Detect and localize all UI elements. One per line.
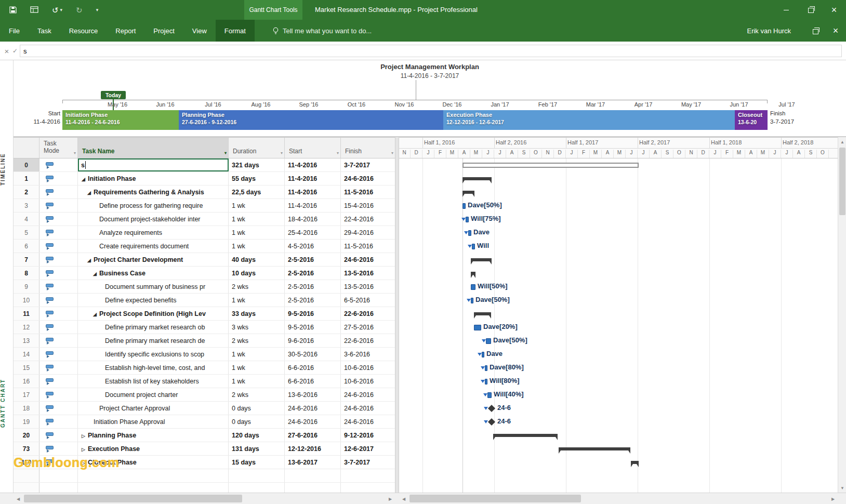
- task-bar[interactable]: [487, 392, 492, 398]
- finish-cell[interactable]: 27-5-2016: [341, 321, 395, 334]
- task-name-cell[interactable]: Identify specific exclusions to scop: [78, 348, 229, 361]
- finish-cell[interactable]: 22-6-2016: [341, 307, 395, 320]
- expand-icon[interactable]: [82, 445, 88, 453]
- task-bar[interactable]: [486, 338, 491, 344]
- start-cell[interactable]: [285, 483, 341, 493]
- scroll-left-arrow[interactable]: ◀: [399, 493, 408, 504]
- tab-view[interactable]: View: [183, 20, 216, 42]
- start-cell[interactable]: 11-4-2016: [285, 158, 341, 171]
- timeline-pane-label[interactable]: TIMELINE: [0, 138, 14, 201]
- task-name-cell[interactable]: Requirements Gathering & Analysis: [78, 185, 229, 198]
- task-mode-cell[interactable]: [39, 158, 78, 171]
- row-number[interactable]: 19: [14, 415, 39, 428]
- scroll-up-arrow[interactable]: ▲: [838, 137, 846, 147]
- restore-button[interactable]: [798, 0, 822, 20]
- start-cell[interactable]: 11-4-2016: [285, 185, 341, 198]
- task-bar[interactable]: [471, 298, 473, 303]
- row-number[interactable]: 14: [14, 348, 39, 361]
- task-bar[interactable]: [485, 379, 487, 384]
- task-mode-cell[interactable]: [39, 348, 78, 361]
- redo-button[interactable]: ↻: [76, 6, 83, 14]
- gantt-vertical-scrollbar[interactable]: ▲ ▼: [838, 137, 846, 493]
- duration-cell[interactable]: 15 days: [229, 456, 285, 469]
- task-mode-cell[interactable]: [39, 226, 78, 239]
- task-name-cell[interactable]: Project Scope Definition (High Lev: [78, 307, 229, 320]
- task-mode-cell[interactable]: [39, 415, 78, 428]
- horizontal-scroll-thumb[interactable]: [409, 495, 581, 502]
- row-number[interactable]: 12: [14, 321, 39, 334]
- duration-cell[interactable]: 1 wk: [229, 213, 285, 226]
- task-mode-cell[interactable]: [39, 172, 78, 185]
- duration-cell[interactable]: 120 days: [229, 429, 285, 442]
- finish-cell[interactable]: 24-6-2016: [341, 402, 395, 415]
- task-mode-cell[interactable]: [39, 307, 78, 320]
- row-number[interactable]: 73: [14, 442, 39, 455]
- task-bar[interactable]: [474, 325, 481, 330]
- start-cell[interactable]: 4-5-2016: [285, 240, 341, 253]
- task-name-cell[interactable]: Analyze requirements: [78, 226, 229, 239]
- duration-cell[interactable]: [229, 483, 285, 493]
- row-number[interactable]: 11: [14, 307, 39, 320]
- gantt-horizontal-scrollbar[interactable]: ◀ ▶: [399, 493, 838, 504]
- task-mode-cell[interactable]: [39, 483, 78, 493]
- duration-cell[interactable]: 1 wk: [229, 294, 285, 307]
- start-cell[interactable]: 24-6-2016: [285, 402, 341, 415]
- row-number[interactable]: 5: [14, 226, 39, 239]
- finish-cell[interactable]: 24-6-2016: [341, 253, 395, 266]
- task-mode-cell[interactable]: [39, 388, 78, 401]
- save-button[interactable]: [9, 6, 17, 14]
- undo-button[interactable]: ↺: [52, 6, 62, 14]
- task-name-cell[interactable]: Establish high-level time, cost, and: [78, 361, 229, 374]
- task-mode-cell[interactable]: [39, 280, 78, 293]
- finish-cell[interactable]: 11-5-2016: [341, 185, 395, 198]
- horizontal-scroll-thumb[interactable]: [24, 495, 242, 502]
- timeline-phase-planning[interactable]: Planning Phase 27-6-2016 - 9-12-2016: [179, 110, 443, 130]
- finish-cell[interactable]: 3-7-2017: [341, 158, 395, 171]
- timeline-phase-initiation[interactable]: Initiation Phase 11-4-2016 - 24-6-2016: [62, 110, 179, 130]
- task-name-cell[interactable]: Project Charter Approval: [78, 402, 229, 415]
- select-all-corner[interactable]: [14, 138, 39, 158]
- duration-cell[interactable]: 10 days: [229, 267, 285, 280]
- start-cell[interactable]: 27-6-2016: [285, 429, 341, 442]
- task-name-cell[interactable]: Establish list of key stakeholders: [78, 375, 229, 388]
- duration-cell[interactable]: [229, 469, 285, 482]
- row-number[interactable]: 15: [14, 361, 39, 374]
- duration-cell[interactable]: 1 wk: [229, 348, 285, 361]
- accept-entry-button[interactable]: [11, 42, 19, 60]
- tell-me-box[interactable]: Tell me what you want to do...: [272, 20, 372, 42]
- row-number[interactable]: 7: [14, 253, 39, 266]
- finish-cell[interactable]: 13-5-2016: [341, 280, 395, 293]
- task-name-cell[interactable]: Define process for gathering require: [78, 199, 229, 212]
- row-number[interactable]: 4: [14, 213, 39, 226]
- task-name-cell[interactable]: Define primary market research de: [78, 334, 229, 347]
- start-cell[interactable]: 12-12-2016: [285, 442, 341, 455]
- start-cell[interactable]: 11-4-2016: [285, 172, 341, 185]
- row-number[interactable]: 9: [14, 280, 39, 293]
- summary-bar[interactable]: [462, 191, 474, 194]
- duration-cell[interactable]: 0 days: [229, 415, 285, 428]
- finish-cell[interactable]: 24-6-2016: [341, 415, 395, 428]
- row-number[interactable]: 8: [14, 267, 39, 280]
- start-cell[interactable]: 6-6-2016: [285, 375, 341, 388]
- row-number[interactable]: 1: [14, 172, 39, 185]
- task-name-cell[interactable]: Project Charter Development: [78, 253, 229, 266]
- start-cell[interactable]: 13-6-2016: [285, 388, 341, 401]
- finish-cell[interactable]: 15-4-2016: [341, 199, 395, 212]
- column-header-task-mode[interactable]: Task Mode: [39, 138, 78, 158]
- finish-cell[interactable]: 10-6-2016: [341, 361, 395, 374]
- milestone-diamond[interactable]: [488, 405, 495, 412]
- duration-cell[interactable]: 22,5 days: [229, 185, 285, 198]
- tab-report[interactable]: Report: [107, 20, 144, 42]
- summary-bar[interactable]: [559, 447, 630, 450]
- task-mode-cell[interactable]: [39, 442, 78, 455]
- task-name-cell[interactable]: Document project charter: [78, 388, 229, 401]
- scroll-right-arrow[interactable]: ▶: [828, 493, 838, 504]
- row-number[interactable]: 18: [14, 402, 39, 415]
- start-cell[interactable]: 2-5-2016: [285, 280, 341, 293]
- row-number[interactable]: 6: [14, 240, 39, 253]
- task-name-cell[interactable]: Initiation Phase: [78, 172, 229, 185]
- document-close-button[interactable]: [825, 20, 846, 42]
- finish-cell[interactable]: 29-4-2016: [341, 226, 395, 239]
- timeline-phase-execution[interactable]: Execution Phase 12-12-2016 - 12-6-2017: [443, 110, 735, 130]
- finish-cell[interactable]: 6-5-2016: [341, 294, 395, 307]
